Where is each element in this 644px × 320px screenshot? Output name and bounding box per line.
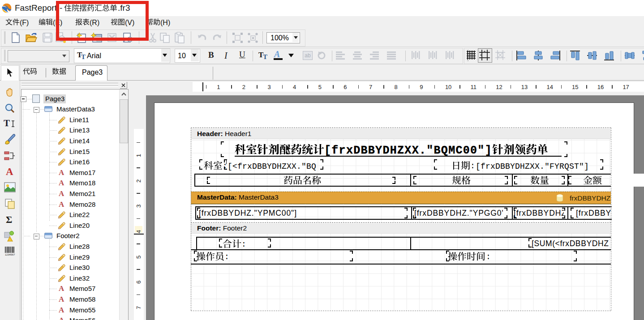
svg-text:T: T [4,118,10,128]
svg-text:T: T [263,53,267,60]
svg-text:7: 7 [13,253,15,256]
svg-text:A: A [273,49,280,59]
svg-text:T: T [81,53,86,60]
